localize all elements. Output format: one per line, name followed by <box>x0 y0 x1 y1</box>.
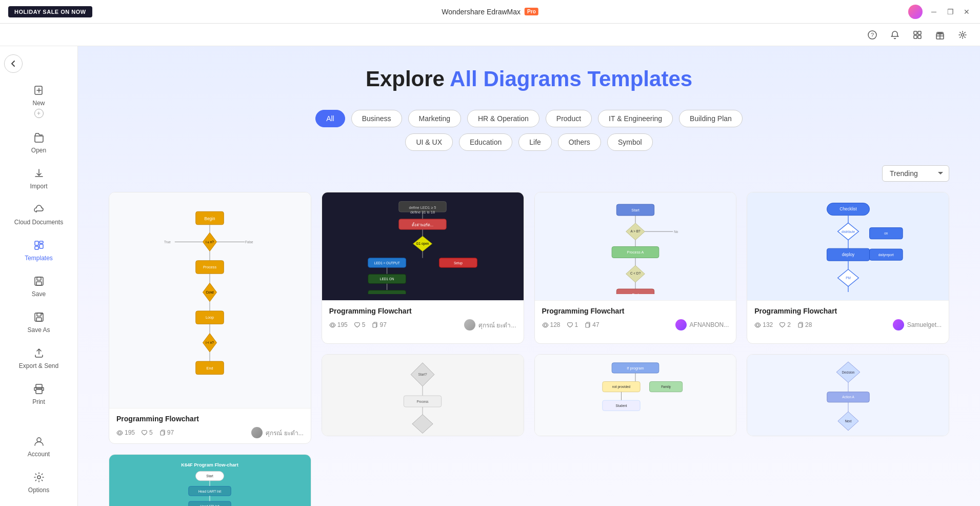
filter-ui-ux[interactable]: UI & UX <box>405 133 453 151</box>
help-icon[interactable]: ? <box>865 28 879 42</box>
svg-text:Checklist: Checklist <box>839 206 857 211</box>
svg-rect-108 <box>798 323 802 327</box>
filter-it-engineering[interactable]: IT & Engineering <box>598 110 673 127</box>
svg-text:Process: Process <box>203 265 217 269</box>
author-avatar-2 <box>464 319 475 330</box>
svg-rect-90 <box>586 323 589 327</box>
svg-text:LED1 = OUTPUT: LED1 = OUTPUT <box>374 261 400 264</box>
filter-marketing[interactable]: Marketing <box>408 110 461 127</box>
svg-rect-12 <box>39 244 43 248</box>
svg-text:Decision: Decision <box>842 371 854 374</box>
svg-text:Loop: Loop <box>206 315 214 320</box>
open-icon <box>32 130 46 145</box>
cloud-icon <box>32 202 46 217</box>
maximize-button[interactable]: ❐ <box>945 7 955 17</box>
sidebar-item-export[interactable]: Export & Send <box>4 341 73 375</box>
svg-rect-13 <box>35 246 38 249</box>
template-card-8[interactable]: K64F Program Flow-chart Start Head UART … <box>109 454 311 506</box>
svg-text:C < D?: C < D? <box>630 271 641 275</box>
page-header: Explore All Diagrams Templates <box>109 67 949 91</box>
copies-1: 97 <box>159 429 174 436</box>
filter-building-plan[interactable]: Building Plan <box>679 110 743 127</box>
filter-education[interactable]: Education <box>459 133 512 151</box>
template-card-3[interactable]: Start A > B? Process A C < D? End <box>534 192 737 344</box>
svg-point-22 <box>42 388 43 390</box>
user-avatar[interactable] <box>908 5 923 19</box>
account-icon <box>32 434 46 449</box>
grid-icon[interactable] <box>910 28 925 42</box>
svg-text:Family: Family <box>661 385 671 389</box>
svg-text:not provided: not provided <box>612 385 631 389</box>
svg-rect-50 <box>161 431 164 435</box>
template-card-2[interactable]: define LED1 ≥ 5 define 31 is 18 ตั้งค่าพ… <box>322 192 524 344</box>
filter-life[interactable]: Life <box>518 133 552 151</box>
svg-text:A > B?: A > B? <box>630 229 640 233</box>
svg-point-71 <box>331 324 334 326</box>
svg-rect-21 <box>36 390 42 394</box>
filter-business[interactable]: Business <box>351 110 402 127</box>
svg-text:Start?: Start? <box>418 373 428 377</box>
svg-text:define LED1 ≥ 5: define LED1 ≥ 5 <box>409 205 436 209</box>
template-info-2: Programming Flowchart 195 5 97 <box>322 300 524 336</box>
sidebar-item-templates[interactable]: Templates <box>4 233 73 267</box>
sidebar-item-templates-label: Templates <box>25 255 53 262</box>
import-icon <box>32 166 46 181</box>
filter-symbol[interactable]: Symbol <box>607 133 653 151</box>
settings-icon[interactable] <box>955 28 970 42</box>
sidebar: New + Open Import Cloud Documents <box>0 46 78 506</box>
svg-rect-4 <box>914 35 917 38</box>
svg-rect-5 <box>918 35 921 38</box>
filter-all[interactable]: All <box>315 110 345 127</box>
holiday-sale-button[interactable]: HOLIDAY SALE ON NOW <box>8 6 92 17</box>
sidebar-item-account[interactable]: Account <box>4 429 73 463</box>
template-card-4[interactable]: Checklist distribute deploy PM dail <box>747 192 949 344</box>
author-avatar-1 <box>251 427 263 438</box>
svg-text:False: False <box>245 240 253 244</box>
author-1: ศุกรณ์ ยะดำ... <box>251 427 303 438</box>
svg-rect-72 <box>373 323 376 327</box>
svg-text:dailyreport: dailyreport <box>878 252 893 257</box>
svg-text:LED1 ON: LED1 ON <box>380 277 394 281</box>
svg-text:G1 open: G1 open <box>416 241 429 245</box>
template-card-7[interactable]: Decision Action A Next <box>747 354 949 436</box>
template-meta-1: 195 5 97 ศุกรณ์ ยะดำ... <box>116 427 304 438</box>
template-card-5[interactable]: Start? Process <box>322 354 524 436</box>
template-card-1[interactable]: Begin i ≤ n? Process Cond Loop <box>109 192 311 444</box>
sidebar-item-options-label: Options <box>28 486 49 494</box>
sidebar-item-account-label: Account <box>28 451 50 458</box>
svg-rect-20 <box>36 384 42 388</box>
save-icon <box>32 274 46 288</box>
sidebar-item-cloud[interactable]: Cloud Documents <box>4 197 73 231</box>
sidebar-item-export-label: Export & Send <box>19 362 58 369</box>
author-4: Samuelget... <box>893 319 942 330</box>
sort-select[interactable]: Trending Newest Most Popular <box>882 165 949 182</box>
sidebar-item-save[interactable]: Save <box>4 269 73 303</box>
copies-3: 47 <box>584 321 599 328</box>
sort-bar: Trending Newest Most Popular <box>109 165 949 182</box>
svg-rect-11 <box>39 241 43 243</box>
template-card-6[interactable]: If program not provided Family Student <box>534 354 737 436</box>
svg-text:Cond: Cond <box>206 290 214 294</box>
sidebar-item-saveas[interactable]: Save As <box>4 305 73 339</box>
svg-text:i ≤ n?: i ≤ n? <box>206 240 214 244</box>
back-button[interactable] <box>4 54 23 73</box>
close-button[interactable]: ✕ <box>962 7 972 17</box>
svg-text:deploy: deploy <box>842 251 854 257</box>
sidebar-item-import[interactable]: Import <box>4 161 73 195</box>
svg-text:Setup: Setup <box>454 261 463 265</box>
sidebar-item-print[interactable]: Print <box>4 377 73 411</box>
new-plus-icon: + <box>34 109 44 118</box>
sidebar-item-open[interactable]: Open <box>4 125 73 159</box>
title-right-controls: ─ ❐ ✕ <box>908 5 972 19</box>
sidebar-item-options[interactable]: Options <box>4 465 73 499</box>
filter-others[interactable]: Others <box>558 133 601 151</box>
sidebar-item-new[interactable]: New + <box>4 78 73 123</box>
filter-hr-operation[interactable]: HR & Operation <box>467 110 539 127</box>
views-4: 132 <box>754 321 773 328</box>
gift-icon[interactable] <box>933 28 947 42</box>
bell-icon[interactable] <box>888 28 902 42</box>
minimize-button[interactable]: ─ <box>929 7 939 17</box>
filter-tags-row2: UI & UX Education Life Others Symbol <box>109 133 949 151</box>
filter-product[interactable]: Product <box>546 110 592 127</box>
template-title-4: Programming Flowchart <box>754 307 942 315</box>
